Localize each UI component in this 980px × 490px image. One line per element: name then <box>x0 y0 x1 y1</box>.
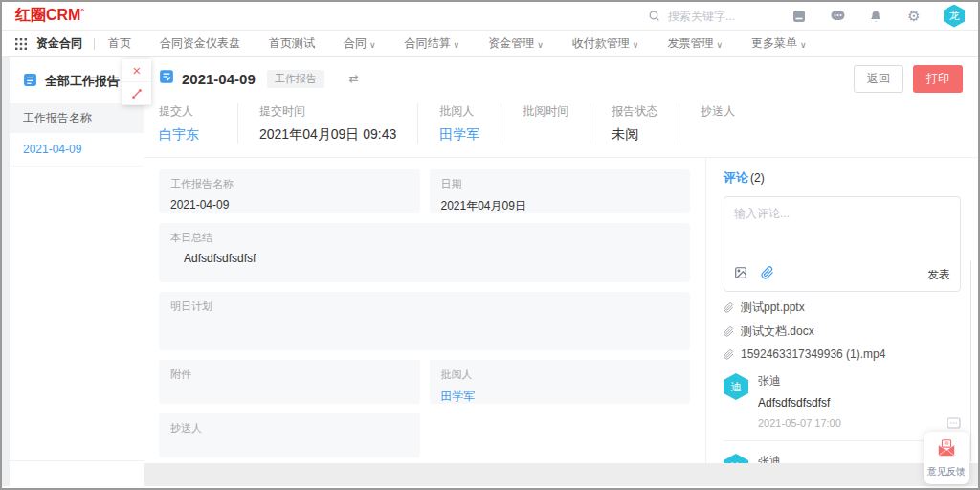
chevron-down-icon <box>716 37 723 51</box>
feedback-label: 意见反馈 <box>927 465 966 479</box>
report-list-sidebar: 全部工作报告 工作报告名称 2021-04-09 <box>10 57 145 486</box>
chevron-down-icon <box>800 37 807 51</box>
search-input[interactable] <box>668 10 764 23</box>
chevron-down-icon <box>454 37 460 51</box>
attachment-item[interactable]: 测试文档.docx <box>724 323 961 340</box>
field-reviewer: 批阅人 田学军 <box>430 360 691 404</box>
reply-bubble-icon[interactable] <box>947 417 961 429</box>
comments-title: 评论 <box>724 169 748 187</box>
nav-app-label[interactable]: 资金合同 <box>36 35 82 52</box>
image-icon[interactable] <box>734 266 747 283</box>
attachment-item[interactable]: 测试ppt.pptx <box>724 300 961 316</box>
field-tomorrow-plan: 明日计划 <box>159 292 690 351</box>
close-icon[interactable]: × <box>122 59 151 82</box>
avatar: 迪 <box>724 373 748 400</box>
meta-submitter: 提交人 白宇东 <box>159 103 237 144</box>
bell-icon[interactable] <box>867 8 884 25</box>
meta-reviewer: 批阅人 田学军 <box>417 103 501 144</box>
messages-icon[interactable] <box>829 8 846 25</box>
chevron-down-icon <box>537 37 544 51</box>
post-comment-button[interactable]: 发表 <box>927 267 950 283</box>
floating-toolbar: × <box>122 59 151 105</box>
topbar: 红圈CRM° ⚙ 龙 <box>2 2 978 31</box>
user-avatar[interactable]: 龙 <box>944 5 965 28</box>
field-cc: 抄送人 <box>159 413 420 457</box>
sidebar-item-report[interactable]: 2021-04-09 <box>10 133 145 167</box>
meta-submit-time: 提交时间 2021年04月09日 09:43 <box>237 103 417 144</box>
gear-icon[interactable]: ⚙ <box>905 8 923 25</box>
nav-item-contract[interactable]: 合同 <box>344 35 376 52</box>
detail-header: 2021-04-09 工作报告 ⇄ 返回 打印 <box>144 57 978 100</box>
clipboard-icon <box>23 73 37 90</box>
attachment-item[interactable]: 1592463317349936 (1).mp4 <box>724 347 961 361</box>
apps-grid-icon[interactable] <box>15 38 27 50</box>
comment-item: 迪 张迪 Adfsdfsdfsdfsf 2021-05-07 17:00 <box>724 373 961 429</box>
nav-item-hometest[interactable]: 首页测试 <box>269 35 315 52</box>
page-title: 2021-04-09 <box>182 71 256 87</box>
field-today-summary: 本日总结 Adfsdfsdfsdfsf <box>159 223 690 282</box>
feedback-button[interactable]: 意见反馈 <box>924 432 969 484</box>
submitter-link[interactable]: 白宇东 <box>159 126 216 144</box>
comments-panel: 评论 (2) 发表 <box>706 158 978 463</box>
field-date: 日期 2021年04月09日 <box>430 169 691 213</box>
nav-divider <box>94 38 95 50</box>
envelope-icon <box>936 438 957 461</box>
report-detail-card: 2021-04-09 工作报告 ⇄ 返回 打印 提交人 白宇东 提交时间 202… <box>144 57 978 463</box>
comment-input[interactable] <box>724 197 960 260</box>
nav-item-funds[interactable]: 资金管理 <box>488 35 544 52</box>
search-icon <box>645 8 662 25</box>
nav-item-more[interactable]: 更多菜单 <box>751 35 807 52</box>
comment-text: Adfsdfsdfsdfsf <box>758 396 961 410</box>
chevron-down-icon <box>369 37 376 51</box>
document-icon <box>159 69 174 88</box>
sidebar-column-header: 工作报告名称 <box>10 103 145 133</box>
nav-item-invoices[interactable]: 发票管理 <box>667 35 723 52</box>
paperclip-icon <box>724 326 734 337</box>
notebook-icon[interactable] <box>791 8 808 25</box>
attach-paperclip-icon[interactable] <box>761 266 774 283</box>
meta-review-time: 批阅时间 <box>501 103 590 144</box>
main-nav: 资金合同 首页 合同资金仪表盘 首页测试 合同 合同结算 资金管理 收付款管理 … <box>2 31 978 57</box>
field-attachment: 附件 <box>159 360 420 404</box>
expand-arrow-icon[interactable] <box>122 82 151 105</box>
crm-app: 红圈CRM° ⚙ 龙 资金合同 首 <box>0 0 980 490</box>
field-report-name: 工作报告名称 2021-04-09 <box>159 169 420 213</box>
paperclip-icon <box>724 349 734 360</box>
print-button[interactable]: 打印 <box>913 65 963 93</box>
nav-item-dashboard[interactable]: 合同资金仪表盘 <box>160 35 240 52</box>
swap-icon[interactable]: ⇄ <box>349 72 359 85</box>
comment-input-box: 发表 <box>724 196 961 292</box>
comment-time: 2021-05-07 17:00 <box>758 417 841 429</box>
comment-author[interactable]: 张迪 <box>758 373 961 390</box>
logo-degree-mark: ° <box>80 7 84 16</box>
brand-logo[interactable]: 红圈CRM° <box>15 6 84 26</box>
avatar: 迪 <box>724 454 748 463</box>
meta-status: 报告状态 未阅 <box>590 103 679 144</box>
reviewer-link[interactable]: 田学军 <box>439 126 479 144</box>
record-type-tag: 工作报告 <box>267 70 324 88</box>
chevron-down-icon <box>633 37 639 51</box>
back-button[interactable]: 返回 <box>854 65 903 93</box>
status-badge: 未阅 <box>612 126 657 144</box>
nav-item-home[interactable]: 首页 <box>108 35 131 52</box>
meta-summary-row: 提交人 白宇东 提交时间 2021年04月09日 09:43 批阅人 田学军 批… <box>144 100 978 158</box>
page-background-strip <box>144 463 978 486</box>
global-search[interactable] <box>645 8 769 25</box>
content-area: 全部工作报告 工作报告名称 2021-04-09 × 2021-04-09 工作… <box>2 57 978 486</box>
paperclip-icon <box>724 302 734 313</box>
form-reviewer-link[interactable]: 田学军 <box>441 389 679 405</box>
nav-item-settlement[interactable]: 合同结算 <box>405 35 460 52</box>
meta-cc: 抄送人 <box>679 103 757 144</box>
scrollbar[interactable] <box>970 261 971 461</box>
comments-count: (2) <box>750 171 765 185</box>
report-form: 工作报告名称 2021-04-09 日期 2021年04月09日 本日总结 Ad… <box>144 158 706 463</box>
nav-item-payments[interactable]: 收付款管理 <box>572 35 639 52</box>
